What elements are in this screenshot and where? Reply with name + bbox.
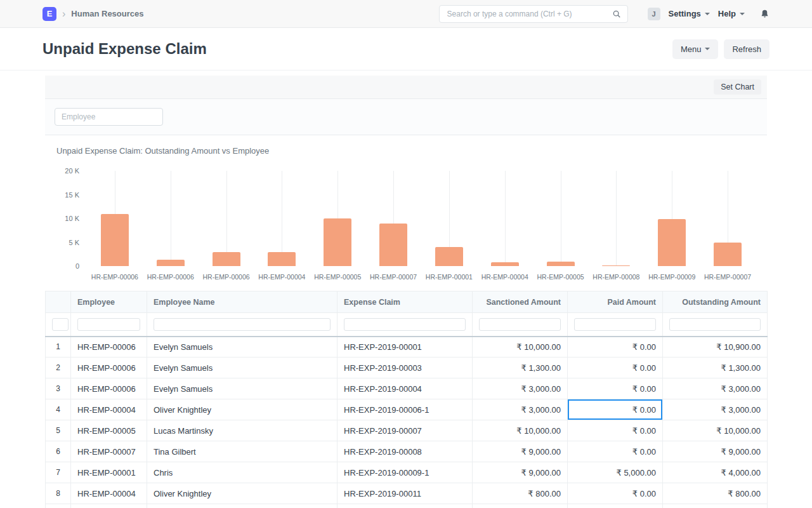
chart-bar[interactable] <box>101 214 129 266</box>
cell-expense_claim[interactable]: HR-EXP-2019-00004 <box>337 378 473 399</box>
settings-menu[interactable]: Settings <box>669 9 710 18</box>
column-header-idx[interactable] <box>46 291 71 313</box>
chart-bar[interactable] <box>213 252 240 267</box>
cell-expense_claim[interactable]: HR-EXP-2019-00009-1 <box>337 462 473 483</box>
cell-sanctioned_amount[interactable]: ₹ 2,000.00 <box>473 504 568 508</box>
cell-employee_name[interactable]: Lucas Martinsky <box>147 504 337 508</box>
cell-paid_amount[interactable]: ₹ 0.00 <box>568 441 663 462</box>
cell-expense_claim[interactable]: HR-EXP-2019-00008 <box>337 441 473 462</box>
column-header-employee_name[interactable]: Employee Name <box>147 291 337 313</box>
column-filter-expense_claim[interactable] <box>344 318 466 331</box>
app-logo[interactable]: E <box>43 7 56 21</box>
column-filter-paid_amount[interactable] <box>574 318 656 331</box>
set-chart-button[interactable]: Set Chart <box>714 79 761 95</box>
column-header-sanctioned_amount[interactable]: Sanctioned Amount <box>473 291 568 313</box>
chart-bar[interactable] <box>379 224 407 267</box>
cell-paid_amount[interactable]: ₹ 0.00 <box>568 420 663 441</box>
column-filter-outstanding_amount[interactable] <box>669 318 761 331</box>
cell-outstanding_amount[interactable]: ₹ 2,000.00 <box>663 504 768 508</box>
cell-sanctioned_amount[interactable]: ₹ 3,000.00 <box>473 378 568 399</box>
cell-idx[interactable]: 7 <box>46 462 71 483</box>
column-filter-idx[interactable] <box>52 318 69 331</box>
cell-employee_name[interactable]: Evelyn Samuels <box>147 337 337 358</box>
cell-outstanding_amount[interactable]: ₹ 3,000.00 <box>663 378 768 399</box>
cell-outstanding_amount[interactable]: ₹ 10,900.00 <box>663 337 768 358</box>
search-input[interactable] <box>446 9 612 19</box>
chart-bar[interactable] <box>658 219 686 266</box>
cell-employee_name[interactable]: Tina Gilbert <box>147 441 337 462</box>
cell-employee_name[interactable]: Chris <box>147 462 337 483</box>
chart-bar[interactable] <box>324 218 351 266</box>
cell-paid_amount[interactable]: ₹ 0.00 <box>568 483 663 504</box>
menu-button[interactable]: Menu <box>672 39 719 59</box>
cell-employee[interactable]: HR-EMP-00007 <box>71 441 147 462</box>
chart-bar[interactable] <box>491 262 519 266</box>
global-search[interactable] <box>439 5 628 23</box>
cell-idx[interactable]: 2 <box>46 358 71 378</box>
cell-sanctioned_amount[interactable]: ₹ 1,300.00 <box>473 358 568 378</box>
cell-idx[interactable]: 1 <box>46 337 71 358</box>
cell-paid_amount[interactable]: ₹ 0.00 <box>568 358 663 378</box>
notifications-bell-icon[interactable] <box>760 9 769 19</box>
column-header-employee[interactable]: Employee <box>71 291 147 313</box>
cell-paid_amount[interactable]: ₹ 5,000.00 <box>568 462 663 483</box>
cell-sanctioned_amount[interactable]: ₹ 3,000.00 <box>473 399 568 420</box>
chart-bar[interactable] <box>547 262 575 266</box>
cell-sanctioned_amount[interactable]: ₹ 10,000.00 <box>473 420 568 441</box>
chart-bar[interactable] <box>602 265 630 266</box>
avatar[interactable]: J <box>648 8 660 20</box>
chart-bar[interactable] <box>268 252 296 267</box>
cell-expense_claim[interactable]: HR-EXP-2019-00007 <box>337 420 473 441</box>
column-filter-sanctioned_amount[interactable] <box>479 318 561 331</box>
cell-expense_claim[interactable]: HR-EXP-2019-00011 <box>337 483 473 504</box>
cell-employee[interactable]: HR-EMP-00004 <box>71 399 147 420</box>
cell-employee[interactable]: HR-EMP-00006 <box>71 337 147 358</box>
cell-sanctioned_amount[interactable]: ₹ 9,000.00 <box>473 441 568 462</box>
column-header-expense_claim[interactable]: Expense Claim <box>337 291 473 313</box>
cell-expense_claim[interactable]: HR-EXP-2019-00003 <box>337 358 473 378</box>
column-header-outstanding_amount[interactable]: Outstanding Amount <box>663 291 768 313</box>
cell-idx[interactable]: 4 <box>46 399 71 420</box>
refresh-button[interactable]: Refresh <box>724 39 769 59</box>
cell-outstanding_amount[interactable]: ₹ 800.00 <box>663 483 768 504</box>
chart-bar[interactable] <box>435 247 463 266</box>
cell-sanctioned_amount[interactable]: ₹ 800.00 <box>473 483 568 504</box>
cell-paid_amount[interactable]: ₹ 0.00 <box>568 337 663 358</box>
cell-employee[interactable]: HR-EMP-00004 <box>71 483 147 504</box>
cell-outstanding_amount[interactable]: ₹ 3,000.00 <box>663 399 768 420</box>
cell-outstanding_amount[interactable]: ₹ 1,300.00 <box>663 358 768 378</box>
cell-sanctioned_amount[interactable]: ₹ 9,000.00 <box>473 462 568 483</box>
breadcrumb[interactable]: Human Resources <box>71 9 143 18</box>
focused-cell[interactable]: ₹ 0.00 <box>568 399 663 420</box>
chart-bar[interactable] <box>714 243 742 267</box>
cell-employee[interactable]: HR-EMP-00006 <box>71 378 147 399</box>
cell-idx[interactable]: 9 <box>46 504 71 508</box>
cell-employee_name[interactable]: Oliver Knightley <box>147 399 337 420</box>
cell-expense_claim[interactable]: HR-EXP-2019-00012 <box>337 504 473 508</box>
employee-filter-input[interactable] <box>55 108 163 126</box>
column-filter-employee_name[interactable] <box>154 318 331 331</box>
cell-employee[interactable]: HR-EMP-00001 <box>71 462 147 483</box>
cell-outstanding_amount[interactable]: ₹ 4,000.00 <box>663 462 768 483</box>
help-menu[interactable]: Help <box>718 9 745 18</box>
cell-employee_name[interactable]: Oliver Knightley <box>147 483 337 504</box>
cell-employee_name[interactable]: Evelyn Samuels <box>147 358 337 378</box>
cell-idx[interactable]: 8 <box>46 483 71 504</box>
cell-idx[interactable]: 6 <box>46 441 71 462</box>
cell-employee[interactable]: HR-EMP-00005 <box>71 504 147 508</box>
column-filter-employee[interactable] <box>77 318 140 331</box>
cell-idx[interactable]: 3 <box>46 378 71 399</box>
cell-employee[interactable]: HR-EMP-00006 <box>71 358 147 378</box>
column-header-paid_amount[interactable]: Paid Amount <box>568 291 663 313</box>
chart-bar[interactable] <box>157 260 185 266</box>
cell-expense_claim[interactable]: HR-EXP-2019-00001 <box>337 337 473 358</box>
cell-outstanding_amount[interactable]: ₹ 10,000.00 <box>663 420 768 441</box>
cell-paid_amount[interactable]: ₹ 0.00 <box>568 504 663 508</box>
cell-employee_name[interactable]: Evelyn Samuels <box>147 378 337 399</box>
cell-employee_name[interactable]: Lucas Martinsky <box>147 420 337 441</box>
cell-idx[interactable]: 5 <box>46 420 71 441</box>
cell-paid_amount[interactable]: ₹ 0.00 <box>568 378 663 399</box>
cell-employee[interactable]: HR-EMP-00005 <box>71 420 147 441</box>
cell-sanctioned_amount[interactable]: ₹ 10,000.00 <box>473 337 568 358</box>
cell-expense_claim[interactable]: HR-EXP-2019-00006-1 <box>337 399 473 420</box>
